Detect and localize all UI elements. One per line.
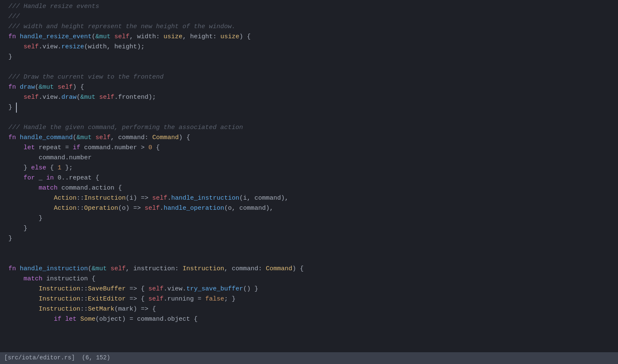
- code-line: self.view.draw(&mut self.frontend);: [0, 92, 618, 103]
- code-line: Instruction::SaveBuffer => { self.view.t…: [0, 284, 618, 294]
- code-line: }: [0, 214, 618, 224]
- code-line: fn handle_command(&mut self, command: Co…: [0, 133, 618, 143]
- code-line: } else { 1 };: [0, 163, 618, 173]
- code-line: fn handle_resize_event(&mut self, width:…: [0, 32, 618, 42]
- code-line: fn handle_instruction(&mut self, instruc…: [0, 264, 618, 274]
- code-line: [0, 244, 618, 254]
- code-line: Action::Instruction(i) => self.handle_in…: [0, 193, 618, 203]
- status-spacer: [75, 353, 82, 363]
- code-line: /// width and height represent the new h…: [0, 22, 618, 32]
- code-line: for _ in 0..repeat {: [0, 173, 618, 183]
- code-line: }: [0, 52, 618, 62]
- code-line: }: [0, 234, 618, 244]
- code-line: Instruction::ExitEditor => { self.runnin…: [0, 294, 618, 304]
- code-line: }: [0, 103, 618, 113]
- code-line: match instruction {: [0, 274, 618, 284]
- code-line: /// Handle the given command, performing…: [0, 123, 618, 133]
- code-line: /// Handle resize events: [0, 2, 618, 12]
- code-editor: /// Handle resize events////// width and…: [0, 0, 618, 352]
- status-position: (6, 152): [82, 353, 110, 363]
- code-line: Action::Operation(o) => self.handle_oper…: [0, 203, 618, 214]
- code-line: [0, 254, 618, 264]
- code-line: match command.action {: [0, 183, 618, 193]
- code-line: command.number: [0, 153, 618, 163]
- code-line: let repeat = if command.number > 0 {: [0, 143, 618, 153]
- code-line: if let Some(object) = command.object {: [0, 314, 618, 324]
- status-bar: [src/iota/editor.rs] (6, 152): [0, 352, 618, 364]
- code-line: ///: [0, 12, 618, 22]
- code-line: fn draw(&mut self) {: [0, 82, 618, 92]
- code-line: /// Draw the current view to the fronten…: [0, 72, 618, 82]
- code-line: Instruction::SetMark(mark) => {: [0, 304, 618, 314]
- code-line: [0, 62, 618, 72]
- status-file: [src/iota/editor.rs]: [4, 353, 75, 363]
- code-line: [0, 113, 618, 123]
- code-line: self.view.resize(width, height);: [0, 42, 618, 52]
- code-line: }: [0, 224, 618, 234]
